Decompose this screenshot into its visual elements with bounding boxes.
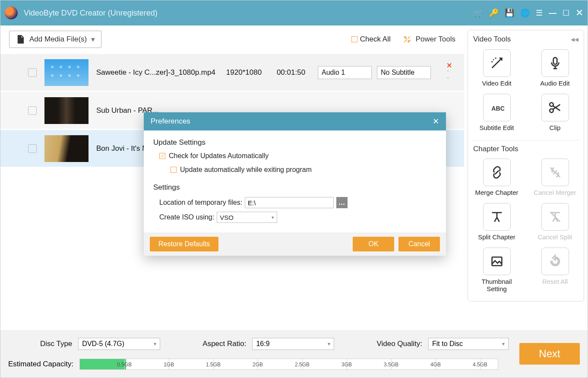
power-tools-button[interactable]: Power Tools — [403, 35, 455, 44]
reset-all-tool: Reset All — [532, 248, 578, 292]
checkbox-icon — [171, 167, 177, 173]
checkbox-label: Check for Updates Automatically — [169, 152, 269, 160]
close-icon[interactable]: ✕ — [433, 117, 439, 126]
maximize-icon[interactable]: ☐ — [563, 8, 569, 18]
aspect-label: Aspect Ratio: — [202, 340, 246, 348]
tool-label: Video Edit — [474, 79, 519, 87]
capacity-tick-label: 1GB — [164, 362, 174, 368]
capacity-tick-label: 4.5GB — [473, 362, 487, 368]
cart-icon[interactable]: 🛒 — [474, 8, 483, 18]
capacity-tick-label: 0.5GB — [117, 362, 132, 368]
select-value: DVD-5 (4.7G) — [82, 340, 124, 348]
button-label: Restore Defaults — [158, 240, 210, 248]
video-edit-tool[interactable]: Video Edit — [474, 49, 519, 87]
media-resolution: 1920*1080 — [218, 68, 269, 77]
cancel-button[interactable]: Cancel — [398, 237, 440, 251]
quality-select[interactable]: Fit to Disc▾ — [428, 338, 509, 350]
split-chapter-tool[interactable]: Split Chapter — [474, 203, 519, 241]
clip-tool[interactable]: Clip — [532, 94, 578, 131]
main-toolbar: Add Media File(s) ▾ Check All Power Tool… — [0, 31, 464, 54]
select-value: VSO — [220, 214, 234, 221]
audio-select[interactable] — [318, 66, 372, 79]
restore-defaults-button[interactable]: Restore Defaults — [150, 237, 218, 251]
media-row[interactable]: Saweetie - Icy C...zer]-3_1080p.mp4 1920… — [0, 54, 464, 91]
subtitle-edit-tool[interactable]: ABC Subtitle Edit — [474, 94, 519, 131]
settings-title: Settings — [153, 183, 436, 192]
update-settings-title: Update Settings — [153, 138, 436, 147]
wand-icon — [490, 56, 504, 70]
next-label: Next — [539, 348, 560, 360]
iso-select[interactable]: VSO ▾ — [217, 212, 277, 223]
chevron-down-icon: ▾ — [154, 341, 156, 347]
capacity-tick-label: 4GB — [430, 362, 441, 368]
media-duration: 00:01:50 — [269, 68, 313, 77]
tool-label: Cancel Split — [532, 233, 578, 241]
tool-label: Reset All — [532, 278, 578, 285]
chevron-down-icon: ▾ — [272, 215, 274, 220]
chevron-down-icon: ▾ — [502, 341, 505, 347]
check-all-toggle[interactable]: Check All — [351, 35, 391, 44]
est-capacity-label: Estimated Capacity: — [8, 360, 73, 368]
row-checkbox[interactable] — [28, 106, 37, 115]
row-checkbox[interactable] — [28, 68, 37, 77]
browse-button[interactable]: … — [336, 197, 348, 208]
chevron-down-icon: ▾ — [328, 341, 330, 347]
tool-label: Split Chapter — [474, 233, 519, 241]
titlebar: VideoByte DVD Creator (Unregistered) 🛒 🔑… — [0, 0, 588, 25]
audio-edit-tool[interactable]: Audio Edit — [532, 49, 578, 87]
save-icon[interactable]: 💾 — [505, 8, 514, 18]
aspect-select[interactable]: 16:9▾ — [252, 338, 334, 350]
add-media-button[interactable]: Add Media File(s) ▾ — [9, 31, 101, 48]
globe-icon[interactable]: 🌐 — [520, 8, 530, 18]
abc-icon: ABC — [490, 100, 504, 115]
thumbnail — [44, 135, 89, 162]
temp-location-input[interactable] — [245, 197, 334, 208]
delete-icon[interactable]: ✕ — [446, 62, 452, 69]
minimize-icon[interactable]: — — [549, 9, 556, 18]
check-all-label: Check All — [360, 35, 391, 44]
update-on-exit-checkbox[interactable]: Update automatically while exiting progr… — [171, 166, 436, 174]
next-button[interactable]: Next — [519, 343, 580, 365]
capacity-bar: 0.5GB1GB1.5GB2GB2.5GB3GB3.5GB4GB4.5GB — [79, 359, 498, 370]
move-down-icon[interactable]: ˅ — [446, 77, 452, 83]
check-updates-checkbox[interactable]: ✓ Check for Updates Automatically — [159, 152, 436, 160]
reset-icon — [548, 254, 563, 269]
power-tools-label: Power Tools — [416, 35, 455, 44]
subtitle-select[interactable] — [377, 66, 431, 79]
svg-rect-0 — [553, 57, 557, 64]
thumbnail — [44, 97, 89, 124]
capacity-tick-label: 2.5GB — [295, 362, 310, 368]
key-icon[interactable]: 🔑 — [489, 8, 499, 18]
chevron-down-icon: ▾ — [91, 35, 95, 44]
video-tools-title: Video Tools — [473, 35, 511, 44]
temp-location-label: Location of temporary files: — [159, 199, 242, 206]
bottom-bar: Disc Type DVD-5 (4.7G)▾ Aspect Ratio: 16… — [0, 330, 588, 378]
add-media-label: Add Media File(s) — [29, 35, 87, 44]
disc-type-select[interactable]: DVD-5 (4.7G)▾ — [78, 338, 160, 350]
capacity-tick-label: 1.5GB — [206, 362, 221, 368]
row-checkbox[interactable] — [28, 144, 37, 153]
iso-label: Create ISO using: — [159, 213, 214, 221]
svg-rect-4 — [492, 257, 502, 266]
select-value: Fit to Disc — [432, 340, 463, 348]
scissors-icon — [548, 100, 563, 115]
tool-label: Merge Chapter — [474, 189, 519, 196]
image-icon — [490, 254, 504, 269]
link-icon — [490, 165, 504, 180]
quality-label: Video Quality: — [376, 340, 422, 348]
chapter-tools-title: Chapter Tools — [473, 145, 518, 153]
unlink-icon — [548, 165, 563, 180]
mic-icon — [548, 56, 563, 70]
disc-type-label: Disc Type — [40, 340, 72, 348]
thumbnail — [44, 59, 89, 86]
ok-button[interactable]: OK — [353, 237, 394, 251]
tool-label: Clip — [532, 124, 578, 131]
checkbox-checked-icon: ✓ — [159, 153, 165, 159]
collapse-icon[interactable]: ◂◂ — [571, 35, 579, 44]
cancel-split-icon — [548, 210, 563, 224]
menu-icon[interactable]: ☰ — [536, 8, 543, 18]
close-icon[interactable]: ✕ — [575, 7, 583, 19]
move-up-icon[interactable]: ˄ — [446, 70, 452, 76]
merge-chapter-tool[interactable]: Merge Chapter — [474, 159, 519, 196]
thumbnail-setting-tool[interactable]: Thumbnail Setting — [474, 248, 519, 292]
